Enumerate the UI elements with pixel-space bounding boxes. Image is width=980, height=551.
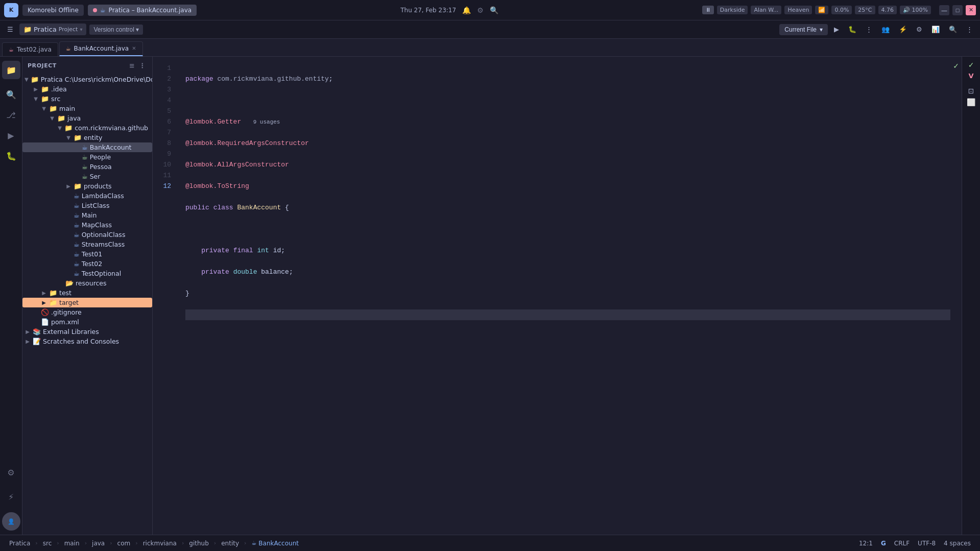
- tree-idea[interactable]: ▶ 📁 .idea: [22, 84, 152, 94]
- line-separator[interactable]: CRLF: [891, 539, 913, 548]
- tab-indicator: [93, 8, 97, 12]
- main-label: main: [59, 105, 75, 112]
- testoptional-label: TestOptional: [82, 270, 121, 277]
- vcs-button[interactable]: Version control ▾: [89, 25, 143, 35]
- tree-scratches-consoles[interactable]: ▶ 📝 Scratches and Consoles: [22, 337, 152, 346]
- right-format-icon[interactable]: ⬜: [967, 98, 975, 106]
- toolbar2-left: ☰ 📁 Pratica Project ▾ Version control ▾: [4, 23, 143, 35]
- tree-java[interactable]: ▼ 📁 java: [22, 113, 152, 123]
- tree-com-rickmviana[interactable]: ▼ 📁 com.rickmviana.github: [22, 123, 152, 133]
- tree-pessoa[interactable]: ▶ ☕ Pessoa: [22, 162, 152, 172]
- activity-git-icon[interactable]: ⚡: [2, 488, 20, 506]
- entity-icon: 📁: [74, 134, 82, 141]
- bc-src[interactable]: src: [40, 539, 55, 548]
- tree-ser[interactable]: ▶ ☕ Ser: [22, 172, 152, 181]
- activity-profile-icon[interactable]: 👤: [2, 512, 20, 531]
- notification-icon[interactable]: 🔔: [462, 6, 471, 14]
- tree-main[interactable]: ▼ 📁 main: [22, 104, 152, 113]
- bc-com[interactable]: com: [114, 539, 134, 548]
- activity-debug-icon[interactable]: 🐛: [2, 147, 20, 165]
- bc-entity[interactable]: entity: [218, 539, 242, 548]
- target-arrow: ▶: [41, 300, 47, 305]
- bc-java[interactable]: java: [89, 539, 108, 548]
- tree-entity[interactable]: ▼ 📁 entity: [22, 133, 152, 142]
- tree-optionalclass[interactable]: ▶ ☕ OptionalClass: [22, 230, 152, 239]
- encoding[interactable]: UTF-8: [915, 539, 939, 548]
- activity-search-icon[interactable]: 🔍: [2, 85, 20, 104]
- app-icon: K: [4, 3, 18, 17]
- bc-github[interactable]: github: [186, 539, 211, 548]
- activity-run-icon[interactable]: ▶: [2, 126, 20, 145]
- optionalclass-icon: ☕: [74, 231, 80, 238]
- mainclass-icon: ☕: [74, 211, 80, 219]
- tab-bankaccount[interactable]: ☕ BankAccount.java ✕: [59, 41, 143, 56]
- current-file-button[interactable]: Current File ▾: [779, 24, 828, 35]
- tree-people[interactable]: ▶ ☕ People: [22, 152, 152, 162]
- titlebar-left: K Komorebi Offline ☕ Pratica – BankAccou…: [4, 3, 197, 17]
- project-label: Project: [59, 26, 78, 33]
- maximize-button[interactable]: □: [952, 5, 963, 15]
- indent[interactable]: 4 spaces: [941, 539, 974, 548]
- search-everywhere-icon[interactable]: 🔍: [946, 23, 960, 35]
- activity-project-icon[interactable]: 📁: [2, 61, 20, 79]
- code-editor[interactable]: package com.rickmviana.github.entity; @l…: [177, 57, 950, 535]
- run-config-icon[interactable]: ⚙: [913, 23, 925, 35]
- sidebar-collapse-icon[interactable]: ≡: [128, 61, 136, 70]
- app-tab-pratica[interactable]: ☕ Pratica – BankAccount.java: [88, 5, 197, 16]
- tree-pratica-root[interactable]: ▼ 📁 Pratica C:\Users\rickm\OneDrive\Docu…: [22, 75, 152, 84]
- collab-icon[interactable]: 👥: [878, 23, 893, 35]
- tree-src[interactable]: ▼ 📁 src: [22, 94, 152, 104]
- minimize-button[interactable]: —: [939, 5, 949, 15]
- sidebar-more-icon[interactable]: ⋮: [138, 61, 147, 70]
- more-options-button[interactable]: ⋮: [863, 23, 875, 35]
- tree-streamsclass[interactable]: ▶ ☕ StreamsClass: [22, 239, 152, 249]
- tree-test01[interactable]: ▶ ☕ Test01: [22, 249, 152, 259]
- project-dropdown[interactable]: 📁 Pratica Project ▾: [19, 23, 86, 35]
- tree-gitignore[interactable]: ▶ 🚫 .gitignore: [22, 307, 152, 317]
- tree-target[interactable]: ▶ 📁 target: [22, 298, 152, 307]
- right-bookmark-icon[interactable]: ⊡: [968, 87, 974, 95]
- tab-test02[interactable]: ☕ Test02.java: [2, 42, 58, 56]
- tree-resources[interactable]: ▶ 📂 resources: [22, 278, 152, 288]
- activity-vcs-icon[interactable]: ⎇: [2, 106, 20, 124]
- settings-icon[interactable]: ⚙: [477, 6, 484, 14]
- tree-products[interactable]: ▶ 📁 products: [22, 181, 152, 191]
- tree-test02[interactable]: ▶ ☕ Test02: [22, 259, 152, 269]
- tree-external-libraries[interactable]: ▶ 📚 External Libraries: [22, 327, 152, 337]
- search-icon[interactable]: 🔍: [490, 6, 498, 14]
- sidebar-toggle-button[interactable]: ☰: [4, 23, 16, 35]
- cursor-position[interactable]: 12:1: [856, 539, 876, 548]
- src-icon: 📁: [41, 95, 49, 103]
- com-icon: 📁: [64, 124, 73, 132]
- bc-bankaccount[interactable]: ☕ BankAccount: [248, 539, 301, 548]
- more-icon[interactable]: ⋮: [963, 23, 976, 35]
- tree-lambdaclass[interactable]: ▶ ☕ LambdaClass: [22, 191, 152, 201]
- chip-darkside: Darkside: [717, 6, 748, 14]
- tree-test[interactable]: ▶ 📁 test: [22, 288, 152, 298]
- test02-label: Test02: [82, 260, 103, 268]
- close-button[interactable]: ✕: [966, 5, 976, 15]
- bc-main[interactable]: main: [61, 539, 83, 548]
- git-icon[interactable]: ⚡: [896, 23, 910, 35]
- app-tab-komorebi[interactable]: Komorebi Offline: [22, 5, 84, 16]
- sidebar-header-label: Project: [28, 62, 57, 69]
- tree-pom[interactable]: ▶ 📄 pom.xml: [22, 317, 152, 327]
- tab-bankaccount-label: BankAccount.java: [74, 45, 129, 52]
- bc-rickmviana[interactable]: rickmviana: [140, 539, 180, 548]
- bc-pratica[interactable]: Pratica: [6, 539, 33, 548]
- tab-bankaccount-close[interactable]: ✕: [132, 46, 136, 51]
- debug-button[interactable]: 🐛: [845, 23, 859, 35]
- tree-main-class[interactable]: ▶ ☕ Main: [22, 210, 152, 220]
- bc-sep-1: ›: [35, 540, 37, 546]
- ser-label: Ser: [90, 173, 101, 180]
- profiler-icon[interactable]: 📊: [928, 23, 943, 35]
- extlib-icon: 📚: [33, 328, 41, 336]
- tree-testoptional[interactable]: ▶ ☕ TestOptional: [22, 269, 152, 278]
- activity-settings-icon[interactable]: ⚙: [2, 463, 20, 482]
- tree-mapclass[interactable]: ▶ ☕ MapClass: [22, 220, 152, 230]
- tree-bankaccount[interactable]: ▶ ☕ BankAccount: [22, 142, 152, 152]
- run-button[interactable]: ▶: [831, 23, 842, 35]
- git-g-icon[interactable]: G: [878, 539, 889, 548]
- tree-listclass[interactable]: ▶ ☕ ListClass: [22, 201, 152, 210]
- gitignore-icon: 🚫: [41, 308, 49, 316]
